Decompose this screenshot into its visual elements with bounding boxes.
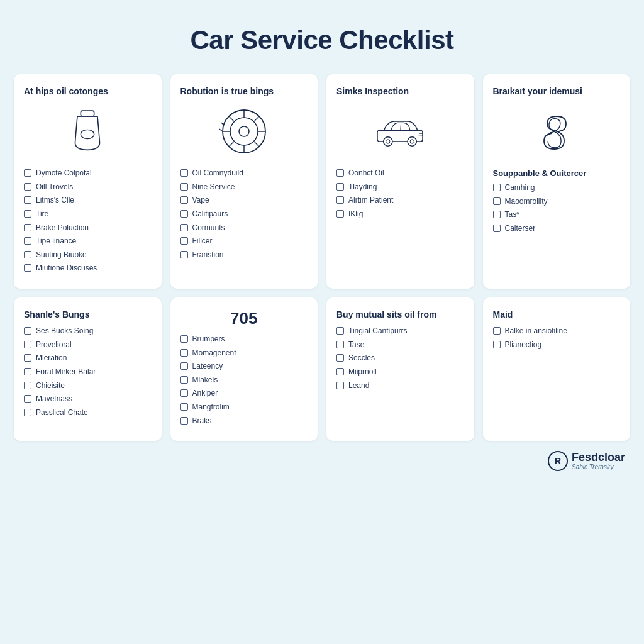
list-item: Foral Mirker Balar (24, 367, 152, 377)
list-item: Maoomroility (493, 197, 621, 207)
list-item: Cormunts (180, 223, 308, 233)
card-shanle-title: Shanle's Bungs (24, 309, 152, 320)
card-shanle: Shanle's Bungs Ses Buoks Soing Provelior… (14, 297, 162, 441)
watermark-name: Fesdcloar (572, 452, 625, 464)
list-item: Balke in ansiotiline (493, 326, 621, 336)
card-buy: Buy mutual sits oil from Tingial Cantipu… (326, 297, 474, 441)
card-coil: Braıkaıt your idemusi Souppanble & Ouite… (483, 74, 631, 289)
coil-icon (493, 103, 621, 160)
svg-point-6 (239, 126, 249, 136)
list-item: Seccles (336, 353, 464, 364)
coil-section-label: Souppanble & Ouitercer (493, 169, 621, 179)
list-item: Ankiper (180, 389, 308, 399)
list-item: Brake Poluction (24, 223, 152, 233)
list-item: Fraristion (180, 250, 308, 260)
705-checklist: Brumpers Momagenent Lateency Mlakels Ank… (180, 335, 308, 426)
card-car: Simks Inspection Oonhct Oil Tlayding (326, 74, 474, 289)
list-item: Tase (336, 340, 464, 350)
card-maid-title: Maid (493, 309, 621, 320)
card-wheel: Robution is true bings Oil Com (170, 74, 318, 289)
list-item: Mleration (24, 353, 152, 364)
list-item: IKlig (336, 209, 464, 219)
list-item: Calterser (493, 224, 621, 234)
card-705: 705 Brumpers Momagenent Lateency Mlakels… (170, 297, 318, 441)
list-item: Alrtim Patient (336, 196, 464, 206)
svg-line-13 (254, 116, 259, 121)
list-item: Tasᵃ (493, 210, 621, 220)
list-item: Miutione Discuses (24, 264, 152, 274)
list-item: Tipe linance (24, 236, 152, 247)
card-wheel-title: Robution is true bings (180, 86, 308, 97)
svg-line-16 (401, 123, 401, 131)
list-item: Suuting Biuoke (24, 250, 152, 260)
list-item: Calitipaurs (180, 209, 308, 219)
list-item: Chieisite (24, 381, 152, 391)
list-item: Camhing (493, 183, 621, 193)
list-item: Leand (336, 381, 464, 391)
list-item: Passlical Chate (24, 408, 152, 418)
car-icon (336, 103, 464, 160)
list-item: Vape (180, 196, 308, 206)
card-maid: Maid Balke in ansiotiline Plianectiog (483, 297, 631, 441)
list-item: Plianectiog (493, 340, 621, 350)
wheel-icon (180, 103, 308, 160)
coil-checklist: Camhing Maoomroility Tasᵃ Calterser (493, 183, 621, 233)
list-item: Tlayding (336, 182, 464, 192)
list-item: Provelioral (24, 340, 152, 350)
list-item: Lateency (180, 362, 308, 372)
list-item: Fillcer (180, 236, 308, 247)
list-item: Mangfrolim (180, 402, 308, 413)
list-item: Tire (24, 209, 152, 219)
bottom-grid: Shanle's Bungs Ses Buoks Soing Provelior… (14, 297, 630, 441)
card-oil-title: At hips oil cotonges (24, 86, 152, 97)
page-title: Car Service Checklist (13, 25, 631, 55)
svg-line-11 (229, 116, 234, 121)
watermark-brand: Fesdcloar Sabic Trerasiry (572, 452, 625, 471)
list-item: Litms's Clle (24, 196, 152, 206)
card-coil-title: Braıkaıt your idemusi (493, 86, 621, 97)
svg-point-17 (384, 137, 392, 146)
svg-rect-21 (419, 133, 423, 136)
card-buy-title: Buy mutual sits oil from (336, 309, 464, 320)
list-item: Oill Trovels (24, 182, 152, 192)
list-item: Dymote Colpotal (24, 169, 152, 179)
card-car-title: Simks Inspection (336, 86, 464, 97)
svg-point-3 (81, 130, 94, 139)
list-item: Oonhct Oil (336, 169, 464, 179)
watermark: R Fesdcloar Sabic Trerasiry (13, 451, 631, 471)
list-item: Momagenent (180, 348, 308, 358)
list-item: Nine Service (180, 182, 308, 192)
top-grid: At hips oil cotonges Dymote Colpotal Oil… (14, 74, 630, 289)
maid-checklist: Balke in ansiotiline Plianectiog (493, 326, 621, 350)
watermark-sub: Sabic Trerasiry (572, 464, 625, 470)
svg-rect-0 (81, 111, 94, 116)
list-item: Braks (180, 416, 308, 426)
card-oil: At hips oil cotonges Dymote Colpotal Oil… (14, 74, 162, 289)
buy-checklist: Tingial Cantipurrs Tase Seccles Miiprnol… (336, 326, 464, 391)
svg-line-12 (254, 142, 259, 147)
svg-point-19 (408, 137, 416, 146)
oil-checklist: Dymote Colpotal Oill Trovels Litms's Cll… (24, 169, 152, 274)
car-checklist: Oonhct Oil Tlayding Alrtim Patient IKlig (336, 169, 464, 219)
shanle-checklist: Ses Buoks Soing Provelioral Mleration Fo… (24, 326, 152, 418)
list-item: Oil Comnyduild (180, 169, 308, 179)
list-item: Tingial Cantipurrs (336, 326, 464, 336)
svg-point-5 (230, 118, 258, 145)
watermark-icon: R (548, 451, 568, 471)
list-item: Mlakels (180, 375, 308, 386)
wheel-checklist: Oil Comnyduild Nine Service Vape Calitip… (180, 169, 308, 260)
list-item: Mavetnass (24, 394, 152, 404)
list-item: Miiprnoll (336, 367, 464, 377)
svg-line-14 (229, 142, 234, 147)
list-item: Brumpers (180, 335, 308, 345)
oil-icon (24, 103, 152, 160)
card-705-title: 705 (180, 309, 308, 328)
list-item: Ses Buoks Soing (24, 326, 152, 336)
